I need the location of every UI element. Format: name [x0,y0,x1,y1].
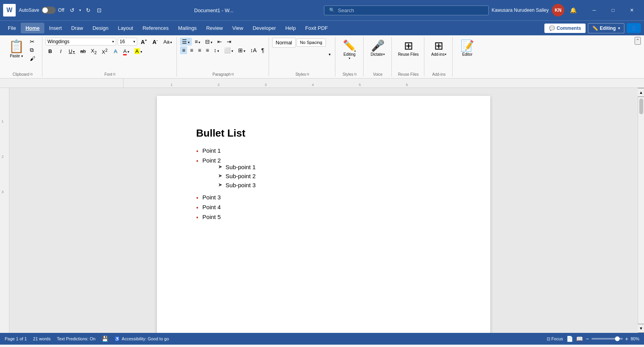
format-painter-button[interactable]: 🖌 [28,55,37,62]
clipboard-expand-icon[interactable]: ⧉ [30,72,33,77]
scroll-down-button[interactable]: ▼ [637,324,644,333]
share-button[interactable]: 👤 [627,23,641,33]
editing-ribbon-icon: ✏️ [343,39,357,52]
menu-item-insert[interactable]: Insert [44,23,67,33]
page-count: Page 1 of 1 [5,336,27,341]
justify-button[interactable]: ≡ [204,46,211,54]
close-button[interactable]: ✕ [623,3,641,17]
focus-button[interactable]: ⊡ Focus [547,336,563,342]
menu-item-design[interactable]: Design [88,23,113,33]
menu-item-view[interactable]: View [227,23,248,33]
align-center-button[interactable]: ≡ [188,46,195,54]
zoom-controls: − + 80% [586,336,639,342]
list-item-text: Sub-point 1 [226,164,256,170]
maximize-button[interactable]: □ [604,3,622,17]
zoom-in-button[interactable]: + [625,336,628,342]
copy-button[interactable]: ⧉ [28,46,37,54]
vertical-scrollbar[interactable]: ▲ ▼ [638,88,644,333]
save-status-icon[interactable]: 💾 [102,336,108,342]
bold-button[interactable]: B [45,47,55,55]
paste-button[interactable]: 📋 Paste ▾ [5,38,27,71]
increase-indent-button[interactable]: ⇥ [225,38,233,46]
editing-ribbon-chevron: ▾ [349,57,350,60]
menu-item-file[interactable]: File [3,23,21,33]
collapse-ribbon-button[interactable]: ⌃ [635,37,641,45]
search-box[interactable]: 🔍 [324,5,489,15]
bullet-dot: ● [196,195,198,200]
borders-button[interactable]: ⊞▾ [236,46,247,54]
font-size-dropdown[interactable]: 16 ▾ [118,38,137,46]
styles-expand-icon[interactable]: ⧉ [307,72,309,77]
multilevel-list-button[interactable]: ⊟▾ [203,38,215,46]
font-expand-icon[interactable]: ⧉ [113,72,115,77]
list-item: ● Point 5 [196,214,451,220]
decrease-indent-button[interactable]: ⇤ [215,38,224,46]
autosave-toggle[interactable] [42,7,56,14]
menu-item-developer[interactable]: Developer [248,23,280,33]
zoom-slider[interactable] [591,338,623,340]
highlight-color-button[interactable]: A▾ [133,47,144,55]
document-page[interactable]: Bullet List ● Point 1 ● Point 2 ➤ Sub-po… [157,96,490,333]
strikethrough-button[interactable]: ab [78,47,87,55]
minimize-button[interactable]: ─ [585,3,603,17]
editing-button[interactable]: ✏️ Editing ▾ [588,23,624,33]
cut-button[interactable]: ✂ [28,38,37,46]
editing-ribbon-button[interactable]: ✏️ Editing ▾ [339,38,360,62]
text-predictions: Text Predictions: On [57,336,95,341]
menu-item-help[interactable]: Help [280,23,300,33]
superscript-button[interactable]: X2 [100,47,110,56]
increase-font-button[interactable]: A+ [139,38,149,46]
styles2-expand-icon[interactable]: ⧉ [354,72,357,77]
read-mode-button[interactable]: 📖 [576,336,583,342]
decrease-font-button[interactable]: A- [150,38,160,46]
editor-button[interactable]: 📝 Editor [457,38,478,58]
align-right-button[interactable]: ≡ [196,46,203,54]
menu-item-references[interactable]: References [138,23,173,33]
undo-dropdown[interactable]: ▾ [78,7,82,14]
comment-icon: 💬 [549,26,555,31]
shading-button[interactable]: ⬜▾ [222,46,235,54]
align-left-button[interactable]: ≡ [180,46,187,54]
style-no-spacing[interactable]: No Spacing [297,38,326,47]
sort-button[interactable]: ↕A [248,46,258,54]
menu-item-foxit[interactable]: Foxit PDF [300,23,333,33]
change-case-button[interactable]: Aa▾ [161,38,174,46]
menu-item-draw[interactable]: Draw [67,23,88,33]
print-layout-button[interactable]: 📄 [566,336,573,342]
dictate-button[interactable]: 🎤 Dictate ▾ [367,38,389,58]
paste-chevron: ▾ [21,54,23,58]
list-item-text: Sub-point 2 [226,173,256,179]
text-effects-button[interactable]: A [111,47,120,55]
undo-button[interactable]: ↺ [67,5,77,15]
font-dropdown[interactable]: Wingdings ▾ [45,38,116,46]
search-input[interactable] [338,7,484,13]
styles-expand[interactable]: ▾ [327,51,333,57]
font-color-button[interactable]: A▾ [121,47,131,55]
menu-item-layout[interactable]: Layout [113,23,138,33]
comments-button[interactable]: 💬 Comments [544,24,586,33]
addins-button[interactable]: ⊞ Add-ins ▾ [428,38,449,58]
paragraph-expand-icon[interactable]: ⧉ [231,72,234,77]
menu-item-mailings[interactable]: Mailings [173,23,202,33]
menu-item-home[interactable]: Home [21,23,44,33]
numbered-list-button[interactable]: ≡▾ [193,38,202,46]
scroll-thumb[interactable] [639,99,643,114]
customize-btn[interactable]: ⊡ [95,5,104,15]
notifications-icon[interactable]: 🔔 [568,5,579,15]
document-area[interactable]: Bullet List ● Point 1 ● Point 2 ➤ Sub-po… [9,88,638,333]
show-hide-button[interactable]: ¶ [259,46,266,54]
zoom-out-button[interactable]: − [586,336,589,342]
doc-title: Document1 - W... [107,7,321,13]
bullet-list-button[interactable]: ☰▾ [180,38,192,46]
italic-button[interactable]: I [56,47,65,55]
reuse-files-button[interactable]: ⊞ Reuse Files [395,38,422,58]
menu-item-review[interactable]: Review [202,23,228,33]
avatar[interactable]: KN [552,4,564,16]
underline-button[interactable]: U▾ [67,47,77,55]
redo-button[interactable]: ↻ [84,5,93,15]
subscript-button[interactable]: X2 [89,47,99,56]
style-normal[interactable]: Normal [272,38,296,47]
pencil-icon: ✏️ [592,26,598,31]
line-spacing-button[interactable]: ↕▾ [212,46,221,54]
scroll-up-button[interactable]: ▲ [637,88,644,97]
